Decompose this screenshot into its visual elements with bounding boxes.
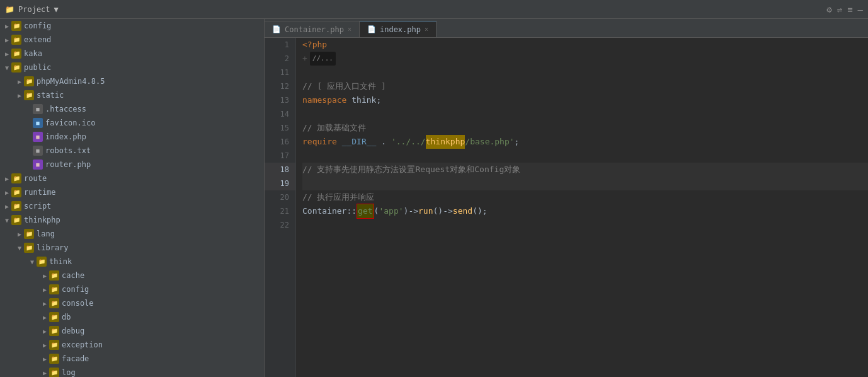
token-container: Container — [302, 204, 346, 218]
sidebar-item-router[interactable]: ■ router.php — [0, 158, 264, 171]
sidebar-item-robots[interactable]: ■ robots.txt — [0, 144, 264, 158]
sidebar-item-think[interactable]: 📁 think — [0, 255, 264, 269]
arrow-lang — [15, 229, 24, 238]
sidebar-item-phpmyadmin[interactable]: 📁 phpMyAdmin4.8.5 — [0, 74, 264, 88]
split-icon[interactable]: ⇌ — [837, 4, 842, 14]
folder-icon-think: 📁 — [37, 257, 47, 267]
editor-area: 📄 Container.php × 📄 index.php × 1 2 11 1… — [265, 19, 868, 377]
token-arrow2: -> — [443, 204, 453, 218]
folder-icon-cache: 📁 — [49, 270, 59, 281]
sidebar-item-db[interactable]: 📁 db — [0, 310, 264, 324]
folder-icon-static: 📁 — [24, 90, 34, 100]
linenum-15: 15 — [265, 121, 295, 135]
gear-icon[interactable]: ≡ — [847, 4, 852, 14]
sidebar-item-script[interactable]: 📁 script — [0, 199, 264, 213]
arrow-facade — [40, 354, 49, 363]
sidebar-item-favicon[interactable]: ■ favicon.ico — [0, 116, 264, 130]
line-numbers: 1 2 11 12 13 14 15 16 17 18 19 20 21 22 — [265, 38, 296, 377]
file-icon-index-php: ■ — [33, 132, 43, 142]
tab-container-php[interactable]: 📄 Container.php × — [265, 21, 360, 37]
code-line-14 — [302, 107, 868, 121]
file-icon-htaccess: ■ — [33, 104, 43, 114]
file-icon-favicon: ■ — [33, 118, 43, 128]
arrow-phpmyadmin — [15, 77, 24, 86]
code-line-12: // [ 应用入口文件 ] — [302, 79, 868, 93]
project-label: 📁 Project ▼ — [5, 5, 59, 14]
token-space-13 — [346, 93, 351, 107]
folder-icon-extend: 📁 — [11, 35, 21, 45]
fold-marker[interactable]: + — [302, 52, 307, 66]
code-line-2: +//... — [302, 52, 868, 66]
main-layout: 📁 config 📁 extend 📁 kaka 📁 public 📁 phpM… — [0, 19, 868, 377]
sidebar-item-htaccess[interactable]: ■ .htaccess — [0, 102, 264, 116]
token-php-open: <?php — [302, 38, 327, 52]
sidebar-item-static[interactable]: 📁 static — [0, 88, 264, 102]
arrow-console — [40, 299, 49, 308]
arrow-script — [3, 202, 11, 211]
tab-close-index[interactable]: × — [425, 26, 428, 33]
token-comment-12: // [ 应用入口文件 ] — [302, 79, 386, 93]
folder-icon-console: 📁 — [49, 298, 59, 308]
token-dir: __DIR__ — [342, 135, 377, 149]
linenum-22: 22 — [265, 218, 295, 232]
token-semi-16: ; — [515, 135, 520, 149]
token-thinkphp-highlight: thinkphp — [426, 135, 465, 149]
token-app-string: 'app' — [379, 204, 403, 218]
linenum-2: 2 — [265, 52, 295, 66]
sidebar-item-console[interactable]: 📁 console — [0, 296, 264, 310]
token-namespace-kw: namespace — [302, 93, 346, 107]
folder-icon-route: 📁 — [11, 173, 21, 183]
sidebar-item-public[interactable]: 📁 public — [0, 61, 264, 74]
token-require: require — [302, 135, 337, 149]
tab-icon-container: 📄 — [272, 25, 281, 33]
sidebar-item-extend[interactable]: 📁 extend — [0, 33, 264, 47]
token-string-16b: /base.php' — [465, 135, 514, 149]
sidebar-item-facade[interactable]: 📁 facade — [0, 352, 264, 366]
token-run-parens: () — [433, 204, 443, 218]
linenum-19: 19 — [265, 177, 295, 190]
sidebar-item-index-php[interactable]: ■ index.php — [0, 130, 264, 144]
arrow-route — [3, 174, 11, 183]
sidebar-item-lang[interactable]: 📁 lang — [0, 227, 264, 241]
folder-icon-exception: 📁 — [49, 340, 59, 350]
sidebar-item-cache[interactable]: 📁 cache — [0, 269, 264, 282]
code-line-19 — [302, 177, 868, 190]
project-folder-icon: 📁 — [5, 5, 14, 14]
project-arrow[interactable]: ▼ — [54, 5, 59, 14]
sidebar-item-library[interactable]: 📁 library — [0, 241, 264, 255]
code-line-17 — [302, 149, 868, 163]
code-line-22 — [302, 218, 868, 232]
sidebar-item-kaka[interactable]: 📁 kaka — [0, 47, 264, 61]
arrow-log — [40, 368, 49, 377]
minimize-icon[interactable]: — — [858, 4, 863, 14]
folder-icon-config: 📁 — [11, 21, 21, 31]
token-paren-close: ) — [404, 204, 409, 218]
file-icon-robots: ■ — [33, 146, 43, 156]
sidebar-item-route[interactable]: 📁 route — [0, 171, 264, 185]
sidebar-item-debug[interactable]: 📁 debug — [0, 324, 264, 338]
folder-icon-phpmyadmin: 📁 — [24, 76, 34, 86]
sidebar-item-thinkphp[interactable]: 📁 thinkphp — [0, 213, 264, 227]
arrow-extend — [3, 35, 11, 44]
tab-icon-index: 📄 — [367, 25, 376, 33]
tab-bar: 📄 Container.php × 📄 index.php × — [265, 19, 868, 38]
tab-close-container[interactable]: × — [348, 26, 351, 33]
tab-index-php[interactable]: 📄 index.php × — [360, 21, 437, 37]
sidebar-item-runtime[interactable]: 📁 runtime — [0, 185, 264, 199]
code-editor[interactable]: 1 2 11 12 13 14 15 16 17 18 19 20 21 22 … — [265, 38, 868, 377]
token-comment-20: // 执行应用并响应 — [302, 190, 374, 204]
folder-icon-runtime: 📁 — [11, 187, 21, 197]
sidebar-item-config[interactable]: 📁 config — [0, 19, 264, 33]
tab-label-container: Container.php — [285, 25, 344, 34]
token-get-highlighted: get — [357, 204, 374, 219]
toolbar-icons: ⚙ ⇌ ≡ — — [826, 4, 863, 14]
sidebar-item-exception[interactable]: 📁 exception — [0, 338, 264, 352]
token-send: send — [453, 204, 472, 218]
arrow-cache — [40, 271, 49, 280]
sidebar-item-log[interactable]: 📁 log — [0, 366, 264, 377]
settings-icon[interactable]: ⚙ — [826, 4, 831, 14]
arrow-static — [15, 91, 24, 100]
token-dot-16: . — [376, 135, 391, 149]
sidebar-item-config2[interactable]: 📁 config — [0, 282, 264, 296]
code-line-21: Container::get('app')->run()->send(); — [302, 204, 868, 218]
